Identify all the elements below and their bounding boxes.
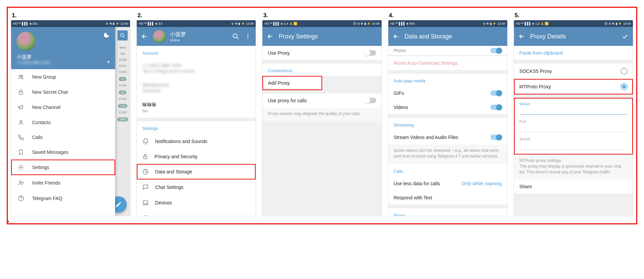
row-paste-clipboard[interactable]: Paste from clipboard bbox=[514, 46, 633, 60]
step-3: 3. HD ⁴⁶ ▌▌▌ ◈ 1.4 🙏 🟨Ⓝ ⊘ ✻ ▮ ⚡14:40 Pro… bbox=[262, 12, 381, 216]
back-icon[interactable] bbox=[266, 33, 274, 40]
chat-list-peek: Wed Sat 13:28 13:21 13:40 17 13:40 46 13… bbox=[115, 27, 130, 216]
svg-rect-3 bbox=[19, 92, 23, 94]
drawer-username: 小菠萝 bbox=[17, 54, 110, 60]
step-1: 1. HD ⁴⁶ ▌▌▌ ◈ 331 ⊘ ✻ ▮ ⚡13:40 Wed Sat … bbox=[11, 12, 130, 216]
phone-4: HD ⁴⁶ ▌▌▌ ◈ 603⊘ ✻ ▮ ⚡13:40 Data and Sto… bbox=[388, 20, 507, 216]
menu-settings[interactable]: Settings bbox=[11, 160, 115, 175]
row-stream[interactable]: Stream Videos and Audio Files bbox=[388, 130, 507, 144]
row-privacy[interactable]: Privacy and Security bbox=[137, 149, 256, 164]
radio[interactable] bbox=[621, 68, 627, 75]
row-gifs[interactable]: GIFs bbox=[388, 86, 507, 100]
page-title: Proxy Settings bbox=[279, 33, 377, 40]
phone-icon bbox=[17, 134, 25, 140]
svg-point-1 bbox=[19, 75, 21, 77]
step-2: 2. HD ⁴⁶ ▌▌▌ ◈ 3.5⊘ ✻ ▮ ⚡13:40 小菠萝online… bbox=[137, 12, 256, 216]
step-5: 5. HD ⁴⁶ ▌▌▌ ◈ 1.2 🙏 🟨Ⓝ ⊘ ✻ ▮ ⚡14:40 Pro… bbox=[514, 12, 633, 216]
back-icon[interactable] bbox=[392, 33, 400, 40]
row-socks5[interactable]: SOCKS5 Proxy bbox=[514, 63, 633, 79]
row-less-data[interactable]: Use less data for callsOnly while roamin… bbox=[388, 176, 507, 191]
check-icon[interactable] bbox=[621, 33, 629, 40]
globe-icon bbox=[142, 215, 149, 216]
drawer: 小菠萝 +1 (502) 966-7333 ▾ New Group New Se… bbox=[11, 27, 115, 216]
svg-point-2 bbox=[21, 75, 23, 77]
radio[interactable] bbox=[621, 83, 627, 90]
step-number: 5. bbox=[515, 12, 633, 18]
menu-invite[interactable]: Invite Friends bbox=[11, 175, 115, 191]
section-autoplay: Auto-play media bbox=[388, 74, 507, 86]
profile-header[interactable]: 小菠萝online bbox=[153, 30, 227, 43]
menu-saved[interactable]: Saved Messages bbox=[11, 145, 115, 160]
menu-contacts[interactable]: Contacts bbox=[11, 115, 115, 130]
mtproto-hint: MTProto proxy settings.This proxy may di… bbox=[514, 155, 633, 179]
app-bar: 小菠萝online bbox=[137, 27, 256, 46]
row-phone[interactable]: +1 (502) 966-7333Tap to change phone num… bbox=[137, 58, 256, 78]
section-proxy: Proxy bbox=[388, 208, 507, 216]
megaphone-icon bbox=[17, 104, 25, 111]
gear-icon bbox=[17, 164, 25, 171]
row-add-proxy[interactable]: Add Proxy bbox=[262, 76, 322, 90]
data-icon bbox=[142, 168, 149, 175]
toggle[interactable] bbox=[365, 98, 376, 103]
field-server[interactable]: Server bbox=[514, 100, 633, 117]
app-bar: Proxy Details bbox=[514, 27, 633, 46]
row-chat-settings[interactable]: Chat Settings bbox=[137, 179, 256, 195]
toggle[interactable] bbox=[490, 105, 502, 110]
secret-input[interactable] bbox=[519, 141, 627, 150]
more-icon[interactable] bbox=[244, 33, 252, 40]
row-videos[interactable]: Videos bbox=[388, 100, 507, 114]
row-reset-autodownload[interactable]: Reset Auto-Download Settings bbox=[388, 56, 507, 70]
section-settings: Settings bbox=[137, 121, 256, 134]
row-notifications[interactable]: Notifications and Sounds bbox=[137, 134, 256, 149]
toggle[interactable] bbox=[490, 135, 502, 140]
row-devices[interactable]: Devices bbox=[137, 195, 256, 211]
back-icon[interactable] bbox=[518, 33, 525, 40]
search-icon[interactable] bbox=[232, 33, 239, 40]
menu-calls[interactable]: Calls bbox=[11, 130, 115, 145]
row-share[interactable]: Share bbox=[514, 179, 633, 194]
avatar[interactable] bbox=[17, 32, 35, 51]
app-bar: Proxy Settings bbox=[262, 27, 381, 46]
menu-secret-chat[interactable]: New Secret Chat bbox=[11, 85, 115, 100]
row-language[interactable]: Language bbox=[137, 211, 256, 216]
search-icon[interactable] bbox=[118, 30, 128, 40]
server-input[interactable] bbox=[519, 106, 627, 115]
menu-new-group[interactable]: New Group bbox=[11, 69, 115, 85]
port-input[interactable] bbox=[519, 124, 627, 132]
section-account: Account bbox=[137, 46, 256, 58]
row-use-proxy[interactable]: Use Proxy bbox=[262, 46, 381, 60]
add-person-icon bbox=[17, 179, 25, 186]
expand-icon[interactable]: ▾ bbox=[107, 59, 110, 64]
help-icon bbox=[17, 195, 25, 202]
phone-2: HD ⁴⁶ ▌▌▌ ◈ 3.5⊘ ✻ ▮ ⚡13:40 小菠萝online Ac… bbox=[137, 20, 256, 216]
row-mtproto[interactable]: MTProto Proxy bbox=[514, 79, 633, 94]
svg-point-9 bbox=[248, 34, 249, 35]
lock-icon bbox=[142, 154, 148, 160]
toggle[interactable] bbox=[365, 50, 376, 56]
bell-icon bbox=[142, 138, 149, 145]
step-4: 4. HD ⁴⁶ ▌▌▌ ◈ 603⊘ ✻ ▮ ⚡13:40 Data and … bbox=[388, 12, 507, 216]
toggle[interactable] bbox=[490, 48, 502, 53]
back-icon[interactable] bbox=[141, 33, 148, 40]
drawer-header: 小菠萝 +1 (502) 966-7333 ▾ bbox=[11, 27, 115, 69]
step-number: 1. bbox=[12, 12, 130, 18]
svg-point-4 bbox=[20, 120, 22, 122]
phone-5: HD ⁴⁶ ▌▌▌ ◈ 1.2 🙏 🟨Ⓝ ⊘ ✻ ▮ ⚡14:40 Proxy … bbox=[514, 20, 633, 216]
row-username[interactable]: @bokai1314Username bbox=[137, 78, 256, 97]
night-mode-icon[interactable] bbox=[103, 32, 110, 38]
svg-point-0 bbox=[121, 33, 124, 36]
status-bar: HD ⁴⁶ ▌▌▌ ◈ 1.4 🙏 🟨Ⓝ ⊘ ✻ ▮ ⚡14:40 bbox=[262, 20, 381, 27]
row-bio[interactable]: 咻咻咻Bio bbox=[137, 97, 256, 118]
status-bar: HD ⁴⁶ ▌▌▌ ◈ 3.5⊘ ✻ ▮ ⚡13:40 bbox=[137, 20, 256, 27]
menu-faq[interactable]: Telegram FAQ bbox=[11, 191, 115, 206]
row-photos[interactable]: Photos bbox=[388, 46, 507, 55]
proxy-fields-group: Server Port Secret bbox=[514, 98, 633, 155]
row-data-storage[interactable]: Data and Storage bbox=[137, 164, 256, 179]
field-secret[interactable]: Secret bbox=[514, 135, 633, 152]
row-proxy-calls[interactable]: Use proxy for calls bbox=[262, 93, 381, 108]
field-port[interactable]: Port bbox=[514, 117, 633, 135]
row-respond-text[interactable]: Respond with Text bbox=[388, 191, 507, 205]
menu-new-channel[interactable]: New Channel bbox=[11, 100, 115, 115]
person-icon bbox=[17, 119, 25, 125]
toggle[interactable] bbox=[490, 90, 502, 96]
